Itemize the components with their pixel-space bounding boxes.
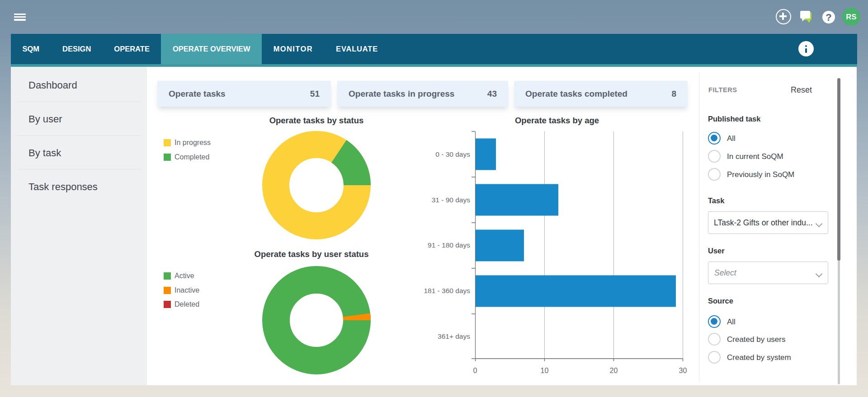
svg-text:181 - 360 days: 181 - 360 days xyxy=(424,287,470,294)
svg-text:30: 30 xyxy=(679,367,687,374)
svg-text:91 - 180 days: 91 - 180 days xyxy=(428,241,470,249)
svg-text:31 - 90 days: 31 - 90 days xyxy=(432,196,471,204)
svg-text:20: 20 xyxy=(610,367,618,374)
svg-text:10: 10 xyxy=(541,367,549,374)
svg-text:0: 0 xyxy=(473,367,477,374)
svg-text:0 - 30 days: 0 - 30 days xyxy=(435,150,470,158)
svg-text:361+ days: 361+ days xyxy=(438,332,470,340)
